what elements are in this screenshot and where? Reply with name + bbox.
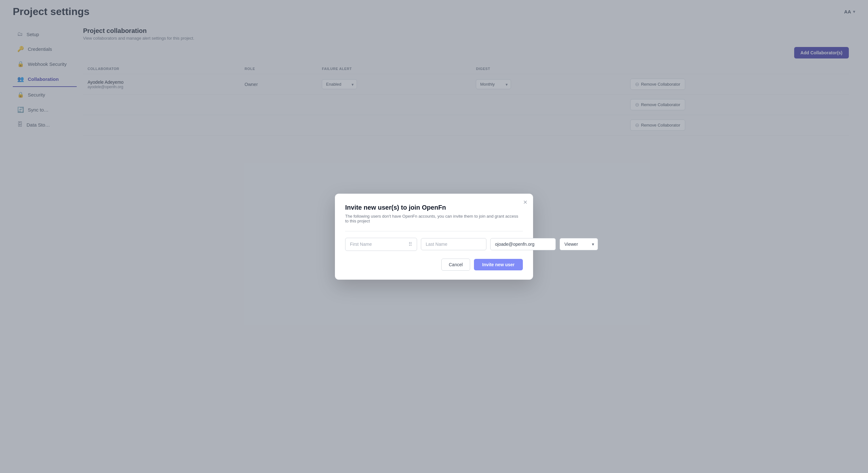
first-name-input[interactable] [350,242,406,247]
modal-form-row: ⠿ Viewer Editor Admin Owner [345,238,523,251]
modal-overlay: × Invite new user(s) to join OpenFn The … [0,0,868,473]
role-select[interactable]: Viewer Editor Admin Owner [560,238,598,250]
last-name-input[interactable] [421,238,487,250]
modal-divider [345,231,523,231]
email-input[interactable] [490,238,556,250]
invite-modal: × Invite new user(s) to join OpenFn The … [335,194,533,280]
page: Project settings AA ▾ 🗂 Setup 🔑 Credenti… [0,0,868,473]
grid-icon: ⠿ [408,241,412,247]
modal-actions: Cancel Invite new user [345,258,523,271]
modal-title: Invite new user(s) to join OpenFn [345,204,523,211]
invite-new-user-button[interactable]: Invite new user [474,259,523,271]
cancel-button[interactable]: Cancel [441,258,470,271]
role-select-wrap: Viewer Editor Admin Owner [560,238,598,250]
modal-subtitle: The following users don't have OpenFn ac… [345,214,523,223]
modal-close-button[interactable]: × [523,199,527,206]
first-name-field-wrap[interactable]: ⠿ [345,238,417,251]
